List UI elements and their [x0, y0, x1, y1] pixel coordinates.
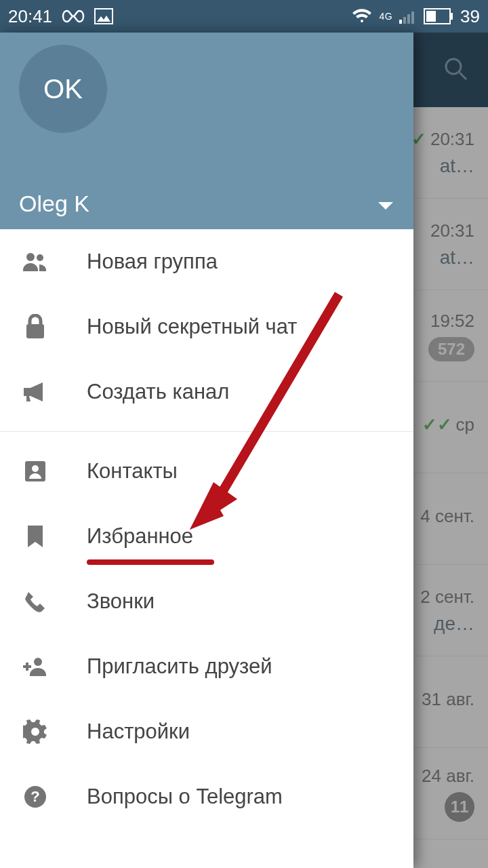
svg-point-10 — [26, 253, 35, 261]
drawer-menu: Новая группа Новый секретный чат Создать… — [0, 229, 413, 868]
svg-point-15 — [34, 658, 42, 666]
menu-item-new-channel[interactable]: Создать канал — [0, 359, 413, 425]
menu-divider — [0, 431, 413, 432]
menu-item-label: Контакты — [87, 459, 178, 484]
menu-item-label: Избранное — [87, 524, 193, 549]
invite-icon — [20, 656, 50, 677]
phone-icon — [20, 590, 50, 613]
infinity-icon — [62, 9, 85, 23]
status-bar: 20:41 4G 39 — [0, 0, 488, 33]
battery-icon — [424, 8, 453, 24]
menu-item-new-group[interactable]: Новая группа — [0, 229, 413, 294]
menu-item-label: Звонки — [87, 589, 155, 614]
status-time: 20:41 — [8, 6, 52, 27]
menu-item-label: Новый секретный чат — [87, 315, 298, 339]
menu-item-secret-chat[interactable]: Новый секретный чат — [0, 294, 413, 359]
drawer-header: OK Oleg K — [0, 33, 413, 229]
battery-percent: 39 — [460, 6, 480, 27]
account-switcher[interactable]: Oleg K — [19, 191, 394, 217]
drawer-scrim[interactable] — [413, 33, 488, 868]
svg-rect-4 — [411, 12, 414, 24]
menu-item-settings[interactable]: Настройки — [0, 699, 413, 764]
svg-point-11 — [37, 254, 43, 261]
help-icon: ? — [20, 785, 50, 809]
megaphone-icon — [20, 381, 50, 403]
network-label: 4G — [379, 11, 392, 22]
menu-item-invite[interactable]: Пригласить друзей — [0, 634, 413, 699]
svg-rect-2 — [403, 17, 406, 24]
svg-rect-1 — [399, 20, 402, 24]
signal-icon — [399, 9, 417, 24]
contacts-icon — [20, 460, 50, 483]
group-icon — [20, 251, 50, 273]
annotation-underline — [87, 559, 214, 565]
menu-item-contacts[interactable]: Контакты — [0, 439, 413, 504]
svg-rect-3 — [407, 14, 410, 24]
svg-rect-12 — [26, 324, 44, 338]
menu-item-calls[interactable]: Звонки — [0, 569, 413, 634]
avatar-initials: OK — [43, 74, 83, 104]
menu-item-label: Создать канал — [87, 380, 229, 404]
wifi-icon — [352, 8, 372, 24]
svg-rect-7 — [451, 13, 453, 20]
menu-item-label: Новая группа — [87, 250, 218, 274]
menu-item-faq[interactable]: ? Вопросы о Telegram — [0, 764, 413, 829]
svg-text:?: ? — [30, 788, 39, 805]
chevron-down-icon — [377, 191, 394, 217]
lock-icon — [20, 314, 50, 340]
menu-item-label: Вопросы о Telegram — [87, 785, 283, 809]
username: Oleg K — [19, 191, 89, 217]
menu-item-label: Пригласить друзей — [87, 654, 272, 679]
avatar[interactable]: OK — [19, 45, 107, 133]
svg-rect-6 — [426, 11, 436, 22]
navigation-drawer: OK Oleg K Новая группа Новый секретн — [0, 33, 413, 868]
svg-point-14 — [32, 465, 39, 472]
bookmark-icon — [20, 524, 50, 549]
gear-icon — [20, 719, 50, 744]
menu-item-label: Настройки — [87, 719, 190, 744]
picture-icon — [94, 8, 113, 24]
